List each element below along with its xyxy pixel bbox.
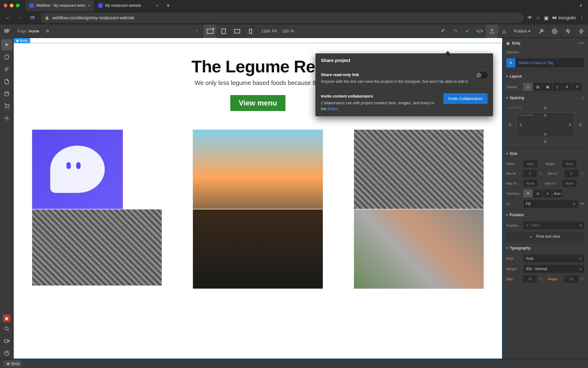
margin-bottom[interactable]: 0 [544,140,546,144]
navigator-button[interactable] [1,52,12,63]
position-select[interactable]: ✕Static⇅ [523,221,584,229]
design-canvas[interactable]: Body The Legume Res We only less legume … [13,38,502,359]
overflow-auto-button[interactable]: Auto [553,190,562,197]
min-height-input[interactable] [564,170,579,177]
padding-top[interactable]: 0 [544,113,546,117]
display-none-button[interactable]: ✕ [572,83,582,91]
margin-right[interactable]: 0 [579,123,581,127]
height-input[interactable] [562,160,576,167]
incognito-badge[interactable]: 🕶 Incognito [552,15,576,20]
status-check-icon[interactable]: ✔ [461,25,473,38]
webflow-logo-icon[interactable]: W [0,25,13,38]
max-height-input[interactable] [562,180,576,187]
refresh-icon[interactable]: ⟳ [43,29,52,33]
add-class-button[interactable]: + [506,58,515,67]
gallery-image[interactable] [193,129,323,209]
gallery-image[interactable] [354,129,484,209]
browser-tab[interactable]: My restaurant website × [95,0,162,11]
max-width-input[interactable] [523,180,537,187]
display-grid-button[interactable]: ▦ [543,83,552,91]
audit-button[interactable]: ◬ [498,25,510,38]
display-inline-block-button[interactable]: ▯ [553,83,562,91]
selector-field[interactable]: + Select a Class or Tag [506,58,584,67]
selected-element-tag[interactable]: Body [13,38,30,43]
canvas-size-display[interactable]: 1165 PX 100 % [257,29,298,33]
section-typography[interactable]: ▾Typography [503,242,588,253]
page-selector[interactable]: Page: Home [13,29,43,33]
effects-tab-button[interactable] [561,25,575,38]
section-layout[interactable]: ▾Layout [503,71,588,82]
fit-select[interactable]: Fill⇅ [523,200,578,208]
gallery-image[interactable] [193,209,323,289]
bookmark-icon[interactable]: ☆ [536,15,540,21]
gallery-image[interactable] [354,209,484,289]
share-button[interactable] [486,25,498,38]
breakpoint-desktop-button[interactable] [203,25,217,38]
editor-link[interactable]: Editor [328,106,338,111]
browser-tab[interactable]: Webflow - My restaurant webs × [26,0,94,11]
video-button[interactable] [1,335,12,347]
settings-tab-button[interactable] [548,25,561,38]
display-block-button[interactable]: ▭ [523,83,533,91]
overflow-hidden-button[interactable]: ⊘ [533,190,542,197]
breadcrumb-body[interactable]: Body [4,360,23,367]
breakpoint-tablet-landscape-button[interactable] [230,25,243,38]
spacing-editor[interactable]: MARGIN 0 0 0 0 PADDING 0 0 0 0 [506,105,584,145]
assets-button[interactable] [1,101,12,112]
eye-off-icon[interactable]: 👁 [527,15,532,21]
settings-button[interactable] [1,113,12,124]
interactions-tab-button[interactable] [575,25,588,38]
margin-left[interactable]: 0 [509,123,511,127]
display-flex-button[interactable]: ▥ [533,83,542,91]
invite-collaborators-button[interactable]: Invite Collaborators [443,93,488,104]
style-tab-button[interactable] [534,25,548,38]
spacing-expand-icon[interactable]: ⤢ [581,96,584,100]
section-spacing[interactable]: ▾Spacing⤢ [503,92,588,103]
search-button[interactable] [1,323,12,334]
element-menu-icon[interactable]: ••• [579,41,584,45]
audit-badge[interactable]: ▣ [3,315,10,322]
padding-bottom[interactable]: 0 [544,132,546,136]
fit-settings-icon[interactable]: ••• [580,202,584,206]
overflow-scroll-button[interactable]: ≡ [543,190,552,197]
gallery-image[interactable] [32,129,123,209]
add-element-button[interactable]: + [1,39,12,50]
breakpoint-phone-button[interactable] [243,25,257,38]
close-tab-icon[interactable]: × [156,3,158,8]
url-field[interactable]: 🔒 webflow.com/design/my-restaurant-websi… [40,13,524,23]
ecommerce-button[interactable] [1,88,12,99]
width-input[interactable] [523,160,537,167]
line-height-input[interactable] [564,275,579,283]
tabs-dropdown-icon[interactable]: ▾ [578,3,584,8]
code-button[interactable]: </> [473,25,486,38]
font-size-input[interactable] [523,275,537,283]
pages-button[interactable] [1,64,12,75]
close-window-button[interactable] [4,4,7,7]
reload-button[interactable]: ⟳ [28,13,37,22]
publish-button[interactable]: Publish ▾ [510,29,534,33]
section-position[interactable]: ▾Position [503,209,588,220]
close-tab-icon[interactable]: × [88,3,90,8]
menu-icon[interactable]: ⋮ [579,15,584,21]
padding-left[interactable]: 0 [520,123,522,127]
back-button[interactable]: ← [4,13,12,22]
forward-button[interactable]: → [16,13,24,22]
breakpoint-tablet-button[interactable] [217,25,230,38]
font-select[interactable]: Arial⇅ [523,255,584,263]
redo-button[interactable]: ↷ [449,25,461,38]
more-icon[interactable]: ⋮ [191,29,203,33]
panel-icon[interactable]: ▣ [544,15,548,21]
overflow-visible-button[interactable]: 👁 [523,190,533,197]
min-width-input[interactable] [523,170,537,177]
share-link-toggle[interactable] [475,72,488,79]
help-button[interactable] [1,348,12,359]
weight-select[interactable]: 400 - Normal⇅ [523,265,584,273]
margin-top[interactable]: 0 [544,106,546,110]
minimize-window-button[interactable] [10,4,13,7]
cms-button[interactable] [1,76,12,87]
section-size[interactable]: ▾Size [503,148,588,159]
maximize-window-button[interactable] [16,4,20,7]
gallery-image[interactable] [32,209,162,286]
view-menu-button[interactable]: View menu [230,95,286,111]
new-tab-button[interactable]: + [163,0,174,11]
